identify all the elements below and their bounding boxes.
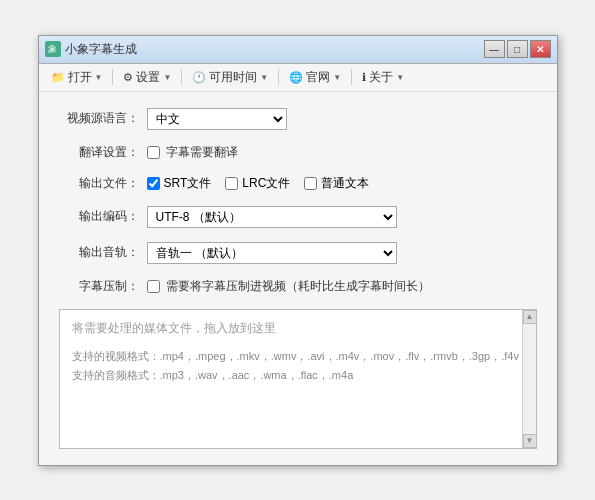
menu-settings-label: 设置 [136, 69, 160, 86]
srt-label: SRT文件 [164, 175, 212, 192]
track-label: 输出音轨： [59, 244, 139, 261]
title-bar-left: 象 小象字幕生成 [45, 41, 137, 58]
track-select[interactable]: 音轨一 （默认） 音轨二 [147, 242, 397, 264]
compress-check-label: 需要将字幕压制进视频（耗时比生成字幕时间长） [166, 278, 430, 295]
menu-open-label: 打开 [68, 69, 92, 86]
video-lang-select[interactable]: 中文 英文 日文 韩文 [147, 108, 287, 130]
output-files-checkboxes: SRT文件 LRC文件 普通文本 [147, 175, 370, 192]
minimize-button[interactable]: — [484, 40, 505, 58]
separator-2 [181, 69, 182, 85]
output-files-row: 输出文件： SRT文件 LRC文件 普通文本 [59, 175, 537, 192]
txt-label: 普通文本 [321, 175, 369, 192]
encode-select[interactable]: UTF-8 （默认） GBK UTF-16 [147, 206, 397, 228]
menubar: 📁 打开 ▼ ⚙ 设置 ▼ 🕐 可用时间 ▼ 🌐 官网 ▼ ℹ 关于 ▼ [39, 64, 557, 92]
translate-check-label: 字幕需要翻译 [166, 144, 238, 161]
about-icon: ℹ [362, 71, 366, 84]
title-bar: 象 小象字幕生成 — □ ✕ [39, 36, 557, 64]
settings-arrow: ▼ [163, 73, 171, 82]
menu-about-label: 关于 [369, 69, 393, 86]
subtitle-compress-row: 字幕压制： 需要将字幕压制进视频（耗时比生成字幕时间长） [59, 278, 537, 295]
app-icon: 象 [45, 41, 61, 57]
lrc-label: LRC文件 [242, 175, 290, 192]
menu-time-label: 可用时间 [209, 69, 257, 86]
menu-settings[interactable]: ⚙ 设置 ▼ [117, 66, 177, 89]
time-icon: 🕐 [192, 71, 206, 84]
output-file-label: 输出文件： [59, 175, 139, 192]
title-buttons: — □ ✕ [484, 40, 551, 58]
separator-1 [112, 69, 113, 85]
video-lang-row: 视频源语言： 中文 英文 日文 韩文 [59, 108, 537, 130]
video-lang-label: 视频源语言： [59, 110, 139, 127]
subtitle-compress-label: 字幕压制： [59, 278, 139, 295]
compress-checkbox-row: 需要将字幕压制进视频（耗时比生成字幕时间长） [147, 278, 430, 295]
drop-area[interactable]: 将需要处理的媒体文件，拖入放到这里 支持的视频格式：.mp4，.mpeg，.mk… [59, 309, 537, 449]
close-button[interactable]: ✕ [530, 40, 551, 58]
menu-website-label: 官网 [306, 69, 330, 86]
open-arrow: ▼ [95, 73, 103, 82]
main-window: 象 小象字幕生成 — □ ✕ 📁 打开 ▼ ⚙ 设置 ▼ 🕐 可用时间 ▼ � [38, 35, 558, 466]
support-audio-text: 支持的音频格式：.mp3，.wav，.aac，.wma，.flac，.m4a [72, 366, 524, 386]
lrc-file-item: LRC文件 [225, 175, 290, 192]
txt-checkbox[interactable] [304, 177, 317, 190]
srt-file-item: SRT文件 [147, 175, 212, 192]
menu-about[interactable]: ℹ 关于 ▼ [356, 66, 410, 89]
support-video-text: 支持的视频格式：.mp4，.mpeg，.mkv，.wmv，.avi，.m4v，.… [72, 347, 524, 367]
menu-website[interactable]: 🌐 官网 ▼ [283, 66, 347, 89]
translate-label: 翻译设置： [59, 144, 139, 161]
translate-checkbox[interactable] [147, 146, 160, 159]
scroll-up-button[interactable]: ▲ [523, 310, 537, 324]
content-area: 视频源语言： 中文 英文 日文 韩文 翻译设置： 字幕需要翻译 输出文件： [39, 92, 557, 465]
website-icon: 🌐 [289, 71, 303, 84]
menu-time[interactable]: 🕐 可用时间 ▼ [186, 66, 274, 89]
drop-hint: 将需要处理的媒体文件，拖入放到这里 [72, 320, 524, 337]
about-arrow: ▼ [396, 73, 404, 82]
separator-4 [351, 69, 352, 85]
scroll-bar: ▲ ▼ [522, 310, 536, 448]
open-icon: 📁 [51, 71, 65, 84]
scroll-down-button[interactable]: ▼ [523, 434, 537, 448]
time-arrow: ▼ [260, 73, 268, 82]
encode-label: 输出编码： [59, 208, 139, 225]
track-row: 输出音轨： 音轨一 （默认） 音轨二 [59, 242, 537, 264]
encode-row: 输出编码： UTF-8 （默认） GBK UTF-16 [59, 206, 537, 228]
settings-icon: ⚙ [123, 71, 133, 84]
maximize-button[interactable]: □ [507, 40, 528, 58]
translate-row: 翻译设置： 字幕需要翻译 [59, 144, 537, 161]
separator-3 [278, 69, 279, 85]
compress-checkbox[interactable] [147, 280, 160, 293]
window-title: 小象字幕生成 [65, 41, 137, 58]
translate-checkbox-row: 字幕需要翻译 [147, 144, 238, 161]
menu-open[interactable]: 📁 打开 ▼ [45, 66, 109, 89]
srt-checkbox[interactable] [147, 177, 160, 190]
txt-file-item: 普通文本 [304, 175, 369, 192]
lrc-checkbox[interactable] [225, 177, 238, 190]
website-arrow: ▼ [333, 73, 341, 82]
